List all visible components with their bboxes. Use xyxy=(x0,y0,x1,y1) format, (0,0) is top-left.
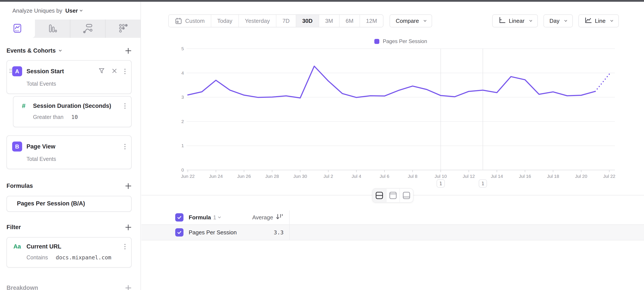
average-value: 3.3 xyxy=(274,229,284,236)
chevron-down-icon[interactable] xyxy=(218,215,221,218)
chart-only-view-button[interactable] xyxy=(386,189,400,202)
chevron-down-icon xyxy=(80,9,82,12)
chevron-down-icon xyxy=(564,19,567,22)
svg-text:Jul 10: Jul 10 xyxy=(435,174,447,179)
event-measure[interactable]: Total Events xyxy=(26,81,56,87)
filter-title: Filter xyxy=(6,224,21,231)
svg-text:Jun 28: Jun 28 xyxy=(265,174,279,179)
remove-event-icon[interactable] xyxy=(112,68,118,75)
line-chart-icon xyxy=(12,24,22,34)
event-card-session-start[interactable]: A Session Start xyxy=(6,60,132,94)
flows-icon xyxy=(83,23,93,34)
tab-retention[interactable] xyxy=(105,20,140,38)
svg-text:Jul 6: Jul 6 xyxy=(380,174,389,179)
svg-text:Jul 8: Jul 8 xyxy=(408,174,417,179)
window-top-edge xyxy=(0,0,644,2)
filter-operator[interactable]: Contains xyxy=(26,254,48,261)
date-range-option[interactable]: 7D xyxy=(276,15,296,27)
table-row[interactable]: Pages Per Session 3.3 xyxy=(141,225,644,240)
events-cohorts-header: Events & Cohorts xyxy=(6,47,132,54)
select-all-checkbox[interactable] xyxy=(175,213,184,221)
date-column-headers xyxy=(290,210,644,224)
interval-label: Day xyxy=(550,18,560,24)
events-cohorts-title: Events & Cohorts xyxy=(6,47,56,54)
event-title[interactable]: Page View xyxy=(26,143,124,150)
tab-bar-report[interactable] xyxy=(35,20,70,38)
kebab-menu-icon[interactable] xyxy=(124,68,126,75)
average-column-header[interactable]: Average xyxy=(252,214,273,221)
date-range-label: Today xyxy=(217,18,232,24)
row-checkbox[interactable] xyxy=(175,228,184,236)
event-card-page-view[interactable]: B Page View Total Events xyxy=(6,135,132,169)
date-range-option[interactable]: 12M xyxy=(360,15,383,27)
line-chart-plot: Jun 22Jun 24Jun 26Jun 28Jun 30Jul 2Jul 4… xyxy=(141,34,644,195)
tab-flows[interactable] xyxy=(70,20,105,38)
date-range-label: Yesterday xyxy=(245,18,270,24)
query-builder-sidebar: Analyze Uniques by User xyxy=(0,2,141,290)
svg-text:1: 1 xyxy=(181,143,184,148)
sort-descending-icon[interactable] xyxy=(276,213,284,222)
formulas-title: Formulas xyxy=(6,183,33,189)
filter-value[interactable]: docs.mixpanel.com xyxy=(56,254,112,261)
add-event-button[interactable] xyxy=(125,48,132,54)
split-view-button[interactable] xyxy=(372,189,386,202)
chevron-down-icon xyxy=(610,19,613,22)
property-title[interactable]: Session Duration (Seconds) xyxy=(33,103,124,109)
axis-scale-icon xyxy=(498,17,506,26)
tab-insights[interactable] xyxy=(0,20,35,38)
filter-property-title[interactable]: Current URL xyxy=(26,243,124,250)
breakdown-header: Breakdown xyxy=(6,284,132,290)
results-table: Formula 1 Average xyxy=(141,210,644,240)
event-measure[interactable]: Total Events xyxy=(26,156,56,162)
table-only-view-button[interactable] xyxy=(400,189,413,202)
chart-type-selector-button[interactable]: Line xyxy=(578,14,619,27)
date-range-label: 30D xyxy=(302,18,313,24)
series-row-name[interactable]: Pages Per Session xyxy=(189,229,237,236)
date-range-label: 7D xyxy=(282,18,290,24)
bar-chart-icon xyxy=(48,24,57,34)
filter-operator[interactable]: Greater than xyxy=(33,114,64,120)
compare-button[interactable]: Compare xyxy=(390,14,432,27)
scale-selector-button[interactable]: Linear xyxy=(492,14,538,27)
formula-column-header[interactable]: Formula xyxy=(189,214,211,221)
date-range-label: Custom xyxy=(185,18,205,24)
svg-text:5: 5 xyxy=(181,46,184,51)
property-filter-card-duration[interactable]: # Session Duration (Seconds) Greater tha… xyxy=(13,96,132,127)
compare-label: Compare xyxy=(396,18,419,24)
analyze-label: Analyze Uniques by xyxy=(12,8,62,14)
formula-expression[interactable]: Pages Per Session (B/A) xyxy=(17,200,126,207)
retention-grid-icon xyxy=(118,24,128,34)
analyze-header: Analyze Uniques by User xyxy=(0,2,140,20)
date-range-label: 3M xyxy=(325,18,333,24)
chevron-down-icon xyxy=(529,19,532,22)
interval-selector-button[interactable]: Day xyxy=(544,14,573,27)
event-title[interactable]: Session Start xyxy=(26,68,98,75)
analyze-unit-dropdown[interactable]: User xyxy=(65,8,78,14)
date-range-option[interactable]: Today xyxy=(211,15,238,27)
drag-handle-icon[interactable] xyxy=(9,69,12,73)
add-breakdown-button[interactable] xyxy=(125,285,132,290)
date-range-option[interactable]: Custom xyxy=(169,15,211,27)
series-legend-label[interactable]: Pages Per Session xyxy=(383,38,427,44)
add-formula-button[interactable] xyxy=(125,183,132,189)
filter-value[interactable]: 10 xyxy=(71,114,78,120)
chevron-down-icon[interactable] xyxy=(59,49,62,52)
add-filter-button[interactable] xyxy=(125,224,132,231)
scale-label: Linear xyxy=(509,18,524,24)
date-range-option[interactable]: 30D xyxy=(296,15,319,27)
chart-controls-bar: Custom Today Yesterday 7D 30D 3M xyxy=(141,14,644,27)
svg-text:Jul 22: Jul 22 xyxy=(603,174,615,179)
kebab-menu-icon[interactable] xyxy=(124,143,126,150)
svg-text:Jul 12: Jul 12 xyxy=(463,174,475,179)
filter-funnel-icon[interactable] xyxy=(98,68,105,75)
date-range-option[interactable]: 6M xyxy=(339,15,360,27)
date-range-option[interactable]: 3M xyxy=(319,15,339,27)
date-range-option[interactable]: Yesterday xyxy=(238,15,276,27)
filter-header: Filter xyxy=(6,224,132,231)
filter-card-current-url[interactable]: Aa Current URL Contains docs.mixpanel.co… xyxy=(6,237,132,268)
formulas-header: Formulas xyxy=(6,183,132,189)
svg-text:Jul 18: Jul 18 xyxy=(547,174,559,179)
formula-card[interactable]: Pages Per Session (B/A) xyxy=(6,196,132,212)
kebab-menu-icon[interactable] xyxy=(124,243,126,250)
kebab-menu-icon[interactable] xyxy=(124,103,126,109)
